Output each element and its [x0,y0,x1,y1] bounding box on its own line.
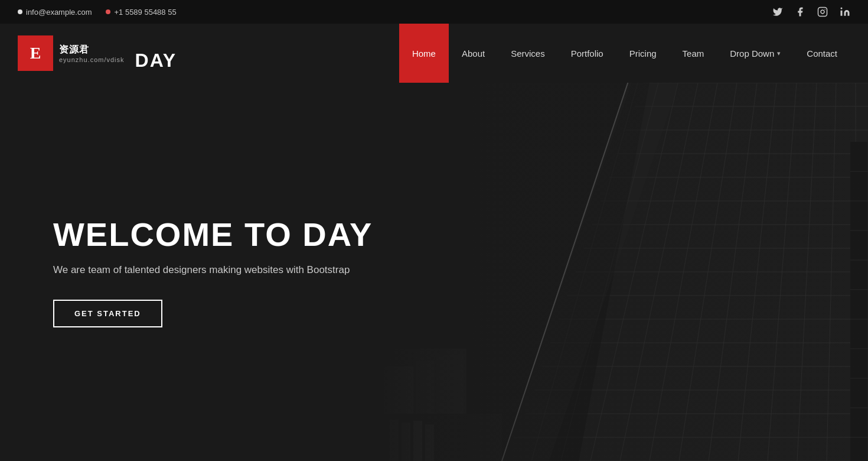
chevron-down-icon: ▾ [777,50,781,57]
nav-item-contact[interactable]: Contact [794,24,850,83]
social-links [772,7,850,17]
nav-item-services[interactable]: Services [498,24,558,83]
logo-main-text: 资源君 [59,44,125,56]
get-started-button[interactable]: GET STARTED [53,300,162,327]
nav-item-portfolio[interactable]: Portfolio [558,24,616,83]
hero-section: WELCOME TO DAY We are team of talented d… [0,83,868,461]
nav-item-about[interactable]: About [449,24,498,83]
topbar: info@example.com +1 5589 55488 55 [0,0,868,24]
hero-content: WELCOME TO DAY We are team of talented d… [0,216,373,328]
email-contact: info@example.com [18,8,92,17]
logo-day-text: DAY [135,51,177,71]
hero-building-image [384,83,868,461]
logo-text-block: 资源君 eyunzhu.com/vdisk [53,44,130,63]
nav-item-dropdown[interactable]: Drop Down ▾ [717,24,794,83]
svg-rect-0 [818,8,827,17]
email-text: info@example.com [26,8,92,17]
twitter-icon[interactable] [772,7,783,17]
hero-subtitle: We are team of talented designers making… [53,264,373,276]
phone-text: +1 5589 55488 55 [114,8,176,17]
email-icon [18,9,22,14]
svg-point-2 [841,8,843,9]
logo-sub-text: eyunzhu.com/vdisk [59,56,125,63]
nav-item-team[interactable]: Team [670,24,717,83]
nav-item-home[interactable]: Home [399,24,449,83]
topbar-contacts: info@example.com +1 5589 55488 55 [18,8,177,17]
hero-title: WELCOME TO DAY [53,216,373,253]
nav-item-pricing[interactable]: Pricing [616,24,670,83]
navbar: E 资源君 eyunzhu.com/vdisk DAY Home About S… [0,24,868,83]
logo[interactable]: E 资源君 eyunzhu.com/vdisk DAY [18,35,177,71]
nav-links: Home About Services Portfolio Pricing Te… [399,24,850,83]
phone-contact: +1 5589 55488 55 [106,8,176,17]
facebook-icon[interactable] [795,7,805,17]
svg-rect-61 [384,83,868,461]
logo-letter: E [18,35,53,71]
instagram-icon[interactable] [817,7,828,17]
phone-icon [106,9,110,14]
linkedin-icon[interactable] [840,7,850,17]
